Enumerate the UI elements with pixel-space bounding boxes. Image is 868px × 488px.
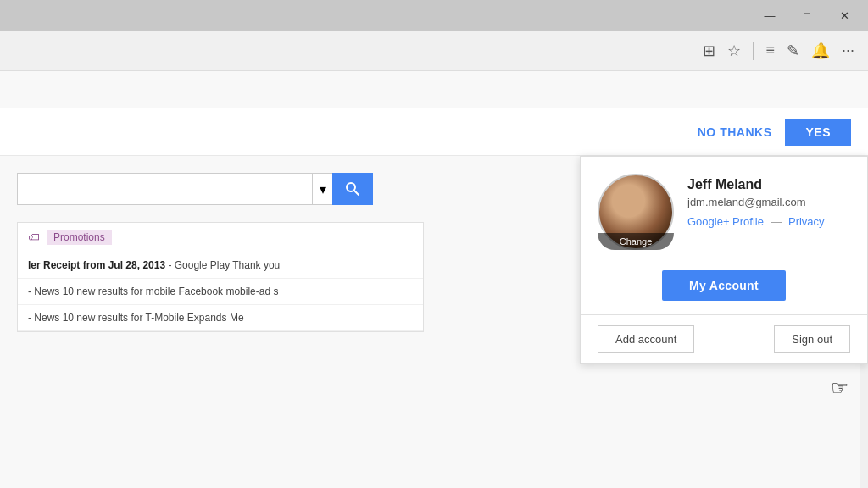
promotions-row: 🏷 Promotions [18,223,423,252]
search-button[interactable] [332,173,373,205]
list-item[interactable]: - News 10 new results for mobile Faceboo… [18,279,423,305]
email-preview-1: - Google Play Thank you [168,259,280,271]
list-item[interactable]: - News 10 new results for T-Mobile Expan… [18,305,423,331]
popup-avatar-wrap: Change [598,174,674,250]
svg-line-1 [354,191,359,195]
address-bar-area [0,71,868,108]
search-bar-row: ▾ [17,173,373,205]
toolbar-divider [753,42,754,60]
my-account-row: My Account [581,263,867,314]
notification-bar: NO THANKS YES [0,108,868,156]
title-bar: — □ ✕ [0,0,868,30]
sign-out-button[interactable]: Sign out [774,325,850,353]
hamburger-menu-icon[interactable]: ≡ [765,42,775,59]
popup-header: Change Jeff Meland jdm.meland@gmail.com … [581,157,867,263]
reading-view-icon[interactable]: ⊞ [703,42,715,60]
browser-toolbar: ⊞ ☆ ≡ ✎ 🔔 ··· [0,30,868,71]
profile-email: jdm.meland@gmail.com [687,196,825,208]
popup-links: Google+ Profile — Privacy [687,215,825,228]
privacy-link[interactable]: Privacy [788,215,825,228]
promotions-label: Promotions [47,230,112,245]
list-item[interactable]: ler Receipt from Jul 28, 2013 - Google P… [18,252,423,279]
bell-icon[interactable]: 🔔 [811,42,830,60]
cursor-pointer: ☞ [831,376,849,400]
no-thanks-button[interactable]: NO THANKS [698,125,772,139]
minimize-button[interactable]: — [753,3,787,27]
more-icon[interactable]: ··· [842,42,854,59]
email-preview-2: - News 10 new results for mobile Faceboo… [28,286,278,297]
profile-name: Jeff Meland [687,177,825,192]
profile-popup: Change Jeff Meland jdm.meland@gmail.com … [580,156,868,364]
search-dropdown-icon[interactable]: ▾ [312,173,332,205]
main-content: ▾ 🏷 Promotions ler Receipt from Jul 28, … [0,156,868,488]
email-preview-3: - News 10 new results for T-Mobile Expan… [28,312,244,324]
email-list: 🏷 Promotions ler Receipt from Jul 28, 20… [17,222,424,332]
yes-button[interactable]: YES [785,119,851,146]
popup-footer: Add account Sign out [581,314,867,363]
change-photo-label[interactable]: Change [598,233,674,250]
edit-icon[interactable]: ✎ [787,42,799,60]
add-account-button[interactable]: Add account [598,325,694,353]
my-account-button[interactable]: My Account [662,270,786,301]
maximize-button[interactable]: □ [790,3,824,27]
search-input[interactable] [17,173,312,205]
close-button[interactable]: ✕ [827,3,861,27]
email-subject-1: ler Receipt from Jul 28, 2013 [28,259,165,271]
bookmark-icon[interactable]: ☆ [727,42,741,60]
google-plus-profile-link[interactable]: Google+ Profile [687,215,764,228]
link-separator: — [771,215,782,228]
popup-info: Jeff Meland jdm.meland@gmail.com Google+… [687,174,825,228]
